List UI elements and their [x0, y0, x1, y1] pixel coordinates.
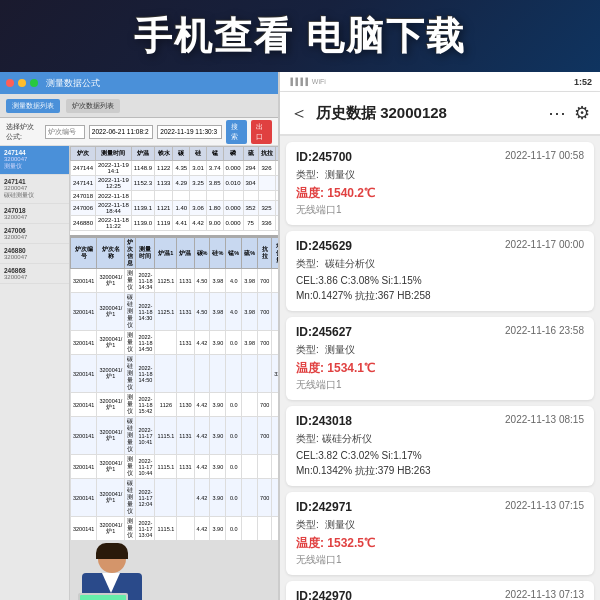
spreadsheet-row: 3200141 3200041/炉1 测量仪 2022-11-17 10:44 … — [71, 455, 279, 479]
card-5-datetime: 2022-11-13 07:13 — [505, 589, 584, 600]
card-0-data2: 无线端口1 — [296, 202, 584, 217]
main-area: 测量数据公式 测量数据列表 炉次数据列表 选择炉次公式: 2022-06-21 … — [0, 72, 600, 600]
card-0-header: ID:245700 2022-11-17 00:58 — [296, 150, 584, 164]
data-table: 炉次 测量时间 炉温 铁水 碳 硅 锰 磷 硫 抗拉 位 — [70, 146, 278, 231]
sidebar-item-4[interactable]: 246880 3200047 — [0, 244, 69, 264]
topbar-title: 测量数据公式 — [46, 77, 100, 90]
card-4-port: 无线端口1 — [296, 554, 342, 565]
desktop-body: 247144 3200047 测量仪 247141 3200047 碳硅测量仪 … — [0, 146, 278, 600]
card-1-id: ID:245629 — [296, 239, 352, 253]
right-panel: ▐▐▐▐ WiFi 1:52 ＜ 历史数据 32000128 ⋯ ⚙ — [280, 72, 600, 600]
record-card-2[interactable]: ID:245627 2022-11-16 23:58 类型: 测量仪 温度: 1… — [286, 317, 594, 400]
wifi-icon: WiFi — [312, 78, 326, 85]
desktop-toolbar: 选择炉次公式: 2022-06-21 11:08:2 2022-11-19 11… — [0, 118, 278, 146]
record-card-4[interactable]: ID:242971 2022-11-13 07:15 类型: 测量仪 温度: 1… — [286, 492, 594, 575]
card-4-type: 类型: 测量仪 — [296, 518, 584, 532]
sidebar-item-0[interactable]: 247144 3200047 测量仪 — [0, 146, 69, 175]
search-button[interactable]: 搜索 — [226, 120, 247, 144]
card-4-data2: 无线端口1 — [296, 552, 584, 567]
export-button[interactable]: 出口 — [251, 120, 272, 144]
card-1-header: ID:245629 2022-11-17 00:00 — [296, 239, 584, 253]
spreadsheet-row: 3200141 3200041/炉1 碳硅测量仪 2022-11-18 14:3… — [71, 293, 279, 331]
date-start-input[interactable]: 2022-06-21 11:08:2 — [89, 125, 154, 139]
desktop-ui: 测量数据公式 测量数据列表 炉次数据列表 选择炉次公式: 2022-06-21 … — [0, 72, 278, 600]
th-mn: 锰 — [206, 147, 223, 161]
signal-icon: ▐▐▐▐ — [288, 78, 308, 85]
more-button[interactable]: ⋯ — [548, 102, 566, 124]
spreadsheet-row: 3200141 3200041/炉1 碳硅测量仪 2022-11-17 10:4… — [71, 417, 279, 455]
card-3-data1: CEL:3.82 C:3.02% Si:1.17% — [296, 448, 584, 463]
th-batch: 炉次 — [71, 147, 96, 161]
table-row: 247141 2022-11-1912:25 1152.3 1133 4.29 … — [71, 176, 279, 191]
close-dot[interactable] — [6, 79, 14, 87]
card-4-id: ID:242971 — [296, 500, 352, 514]
card-1-data1: CEL:3.86 C:3.08% Si:1.15% — [296, 273, 584, 288]
card-2-datetime: 2022-11-16 23:58 — [505, 325, 584, 336]
settings-button[interactable]: ⚙ — [574, 102, 590, 124]
date-end-input[interactable]: 2022-11-19 11:30:3 — [157, 125, 222, 139]
record-card-5[interactable]: ID:242970 2022-11-13 07:13 类型: 碳硅分析仪 CEL… — [286, 581, 594, 600]
back-button[interactable]: ＜ — [290, 101, 308, 125]
desktop-topbar: 测量数据公式 — [0, 72, 278, 94]
table-row: 247144 2022-11-1914:1 1148.9 1122 4.35 3… — [71, 161, 279, 176]
tab-furnace-data[interactable]: 炉次数据列表 — [66, 99, 120, 113]
th-pos: 位 — [275, 147, 278, 161]
card-3-header: ID:243018 2022-11-13 08:15 — [296, 414, 584, 428]
th-iron: 铁水 — [155, 147, 173, 161]
spreadsheet-row: 3200141 3200041/炉1 碳硅测量仪 2022-11-18 14:5… — [71, 355, 279, 393]
person-photo-area — [70, 541, 278, 600]
sidebar-list: 247144 3200047 测量仪 247141 3200047 碳硅测量仪 … — [0, 146, 70, 600]
card-5-header: ID:242970 2022-11-13 07:13 — [296, 589, 584, 600]
card-3-id: ID:243018 — [296, 414, 352, 428]
banner-text: 手机查看 电脑下载 — [134, 11, 467, 62]
card-0-datetime: 2022-11-17 00:58 — [505, 150, 584, 161]
furnace-number-input[interactable] — [45, 125, 85, 139]
card-2-header: ID:245627 2022-11-16 23:58 — [296, 325, 584, 339]
person-silhouette — [70, 541, 160, 600]
th-s: 硫 — [243, 147, 258, 161]
th-si: 硅 — [190, 147, 207, 161]
th-p: 磷 — [223, 147, 243, 161]
left-panel: 测量数据公式 测量数据列表 炉次数据列表 选择炉次公式: 2022-06-21 … — [0, 72, 280, 600]
spreadsheet-section: 炉次编号 炉次名称 炉次信息 测量时间 炉温1 炉温 碳% 硅% 锰% 硫% — [70, 235, 278, 541]
card-0-port: 无线端口1 — [296, 204, 342, 215]
tab-measure-data[interactable]: 测量数据列表 — [6, 99, 60, 113]
sidebar-item-5[interactable]: 246868 3200047 — [0, 264, 69, 284]
sidebar-item-1[interactable]: 247141 3200047 碳硅测量仪 — [0, 175, 69, 204]
mobile-statusbar: ▐▐▐▐ WiFi 1:52 — [280, 72, 600, 92]
sidebar-item-2[interactable]: 247018 3200047 — [0, 204, 69, 224]
top-banner: 手机查看 电脑下载 — [0, 0, 600, 72]
statusbar-right: 1:52 — [574, 77, 592, 87]
clock-display: 1:52 — [574, 77, 592, 87]
record-card-0[interactable]: ID:245700 2022-11-17 00:58 类型: 测量仪 温度: 1… — [286, 142, 594, 225]
card-2-type-value: 测量仪 — [325, 343, 355, 357]
mobile-header: ＜ 历史数据 32000128 ⋯ ⚙ — [280, 92, 600, 136]
min-dot[interactable] — [18, 79, 26, 87]
desktop-nav: 测量数据列表 炉次数据列表 — [0, 94, 278, 118]
card-0-temp: 温度: 1540.2℃ — [296, 186, 375, 200]
card-5-id: ID:242970 — [296, 589, 352, 600]
card-3-type: 类型: 碳硅分析仪 — [296, 432, 584, 446]
spreadsheet-row: 3200141 3200041/炉1 测量仪 2022-11-18 14:50 … — [71, 331, 279, 355]
card-3-type-value: 类型: 碳硅分析仪 — [296, 432, 372, 446]
card-0-type: 类型: 测量仪 — [296, 168, 584, 182]
table-row: 246880 2022-11-1811:22 1139.0 1119 4.41 … — [71, 216, 279, 231]
card-2-data2: 无线端口1 — [296, 377, 584, 392]
card-2-port: 无线端口1 — [296, 379, 342, 390]
toolbar-furnace-label: 选择炉次公式: — [6, 122, 41, 142]
card-2-temp: 温度: 1534.1℃ — [296, 361, 375, 375]
record-card-1[interactable]: ID:245629 2022-11-17 00:00 类型: 碳硅分析仪 CEL… — [286, 231, 594, 311]
card-0-type-value: 测量仪 — [325, 168, 355, 182]
max-dot[interactable] — [30, 79, 38, 87]
card-1-type-label: 类型: — [296, 257, 319, 271]
spreadsheet-row: 3200141 3200041/炉1 测量仪 2022-11-18 14:34 … — [71, 269, 279, 293]
card-1-data2: Mn:0.1427% 抗拉:367 HB:258 — [296, 288, 584, 303]
table-row: 247006 2022-11-1818:44 1139.1 1121 1.40 … — [71, 201, 279, 216]
sidebar-item-3[interactable]: 247006 3200047 — [0, 224, 69, 244]
card-4-header: ID:242971 2022-11-13 07:15 — [296, 500, 584, 514]
spreadsheet-table: 炉次编号 炉次名称 炉次信息 测量时间 炉温1 炉温 碳% 硅% 锰% 硫% — [70, 237, 278, 541]
th-temp: 炉温 — [131, 147, 154, 161]
card-1-datetime: 2022-11-17 00:00 — [505, 239, 584, 250]
card-1-type-value: 碳硅分析仪 — [325, 257, 375, 271]
record-card-3[interactable]: ID:243018 2022-11-13 08:15 类型: 碳硅分析仪 CEL… — [286, 406, 594, 486]
